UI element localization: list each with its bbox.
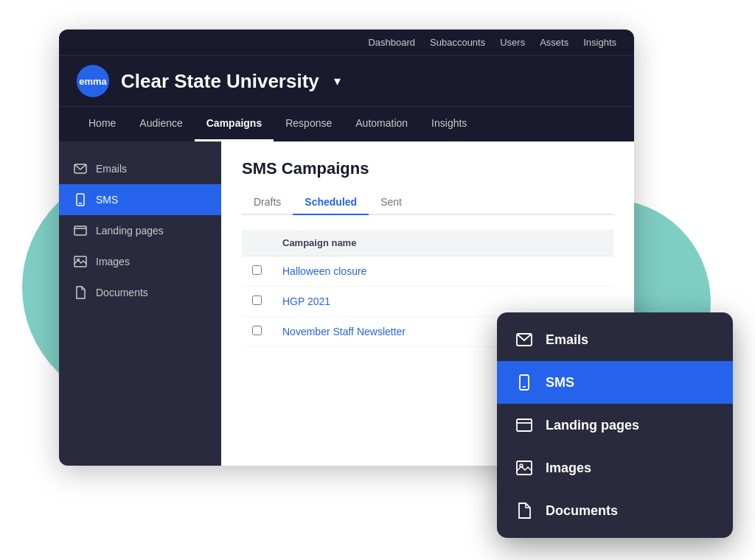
topbar-assets[interactable]: Assets	[540, 37, 568, 48]
nav-response[interactable]: Response	[274, 107, 344, 141]
floating-email-icon	[515, 330, 534, 349]
brand-name[interactable]: Clear State University	[121, 70, 319, 93]
logo-text: emma	[79, 76, 107, 87]
nav-audience[interactable]: Audience	[128, 107, 194, 141]
floating-item-images[interactable]: Images	[497, 447, 733, 489]
sidebar-item-images[interactable]: Images	[59, 246, 221, 277]
sidebar-emails-label: Emails	[96, 163, 127, 175]
sidebar-item-documents[interactable]: Documents	[59, 277, 221, 308]
top-bar: Dashboard Subaccounts Users Assets Insig…	[59, 29, 634, 55]
floating-documents-label: Documents	[546, 503, 618, 519]
tab-drafts[interactable]: Drafts	[242, 190, 293, 215]
floating-emails-label: Emails	[546, 332, 588, 348]
sidebar-item-sms[interactable]: SMS	[59, 184, 221, 215]
sidebar-documents-label: Documents	[96, 287, 148, 298]
campaign-name-header: Campaign name	[272, 230, 613, 256]
documents-icon	[74, 286, 87, 299]
campaign-newsletter[interactable]: November Staff Newsletter	[282, 326, 406, 337]
table-row: Halloween closure	[242, 256, 613, 287]
checkbox-col-header	[242, 230, 272, 256]
email-icon	[74, 162, 87, 175]
brand-bar: emma Clear State University ▾	[59, 55, 634, 106]
tab-scheduled[interactable]: Scheduled	[293, 190, 369, 215]
floating-menu: Emails SMS Landing pages Images	[497, 312, 733, 538]
panel-title: SMS Campaigns	[242, 159, 613, 178]
brand-chevron-icon[interactable]: ▾	[334, 73, 341, 89]
row2-checkbox[interactable]	[252, 295, 262, 305]
floating-landing-label: Landing pages	[546, 418, 639, 433]
sidebar-sms-label: SMS	[96, 194, 118, 206]
svg-rect-3	[74, 226, 86, 235]
sidebar-item-landing-pages[interactable]: Landing pages	[59, 215, 221, 246]
floating-sms-label: SMS	[546, 375, 574, 391]
nav-insights[interactable]: Insights	[420, 107, 479, 141]
sidebar-item-emails[interactable]: Emails	[59, 153, 221, 184]
svg-rect-10	[517, 419, 532, 431]
nav-home[interactable]: Home	[77, 107, 128, 141]
row1-checkbox[interactable]	[252, 265, 262, 275]
topbar-insights[interactable]: Insights	[583, 37, 616, 48]
nav-automation[interactable]: Automation	[344, 107, 420, 141]
floating-item-documents[interactable]: Documents	[497, 489, 733, 532]
landing-icon	[74, 224, 87, 237]
images-icon	[74, 255, 87, 268]
floating-landing-icon	[515, 416, 534, 435]
tabs: Drafts Scheduled Sent	[242, 190, 613, 215]
floating-images-icon	[515, 458, 534, 477]
sidebar-landing-label: Landing pages	[96, 225, 164, 237]
tab-sent[interactable]: Sent	[369, 190, 414, 215]
sms-icon	[74, 193, 87, 206]
topbar-subaccounts[interactable]: Subaccounts	[430, 37, 485, 48]
emma-logo: emma	[77, 65, 109, 97]
sidebar-images-label: Images	[96, 256, 130, 267]
floating-sms-icon	[515, 373, 534, 392]
main-nav: Home Audience Campaigns Response Automat…	[59, 106, 634, 141]
campaign-halloween[interactable]: Halloween closure	[282, 265, 366, 277]
floating-documents-icon	[515, 501, 534, 520]
campaign-hgp[interactable]: HGP 2021	[282, 295, 330, 307]
nav-campaigns[interactable]: Campaigns	[195, 107, 274, 141]
row3-checkbox[interactable]	[252, 326, 262, 335]
floating-item-sms[interactable]: SMS	[497, 361, 733, 404]
topbar-nav: Dashboard Subaccounts Users Assets Insig…	[368, 37, 616, 48]
floating-images-label: Images	[546, 461, 591, 476]
topbar-users[interactable]: Users	[500, 37, 525, 48]
topbar-dashboard[interactable]: Dashboard	[368, 37, 415, 48]
sidebar: Emails SMS Landing pages	[59, 141, 221, 466]
svg-rect-8	[520, 375, 529, 390]
floating-item-landing[interactable]: Landing pages	[497, 404, 733, 447]
floating-item-emails[interactable]: Emails	[497, 318, 733, 361]
